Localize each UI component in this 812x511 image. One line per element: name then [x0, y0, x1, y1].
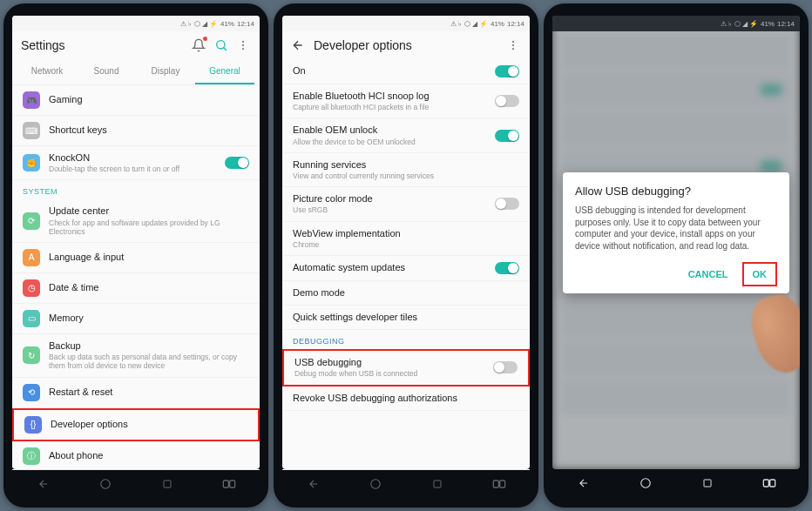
row-title: About phone: [49, 450, 249, 461]
list-item[interactable]: WebView implementationChrome: [282, 222, 530, 256]
status-battery: 41%: [491, 20, 504, 28]
screenshot-button[interactable]: [221, 476, 237, 492]
ok-button[interactable]: OK: [742, 262, 778, 286]
back-button[interactable]: [306, 476, 321, 492]
row-icon: ▭: [23, 310, 40, 327]
row-icon: ↻: [23, 346, 40, 364]
back-arrow-icon[interactable]: [291, 38, 305, 52]
dialog-title: Allow USB debugging?: [575, 185, 777, 198]
toggle-switch[interactable]: [495, 130, 519, 142]
search-icon[interactable]: [214, 38, 228, 52]
recents-button[interactable]: [159, 476, 175, 492]
android-nav-bar: [282, 469, 530, 497]
row-icon: ⟲: [23, 384, 40, 401]
row-subtitle: Check for app and software updates provi…: [49, 219, 249, 236]
svg-rect-14: [499, 481, 504, 487]
row-title: On: [293, 65, 486, 77]
list-item[interactable]: Revoke USB debugging authorizations: [282, 387, 530, 411]
list-item[interactable]: {}Developer options: [12, 408, 260, 441]
recents-button[interactable]: [700, 475, 715, 491]
svg-rect-7: [229, 481, 234, 487]
list-item[interactable]: On: [282, 59, 530, 84]
screenshot-button[interactable]: [491, 476, 507, 492]
svg-point-1: [242, 41, 244, 43]
row-title: Quick settings developer tiles: [293, 312, 519, 323]
recents-button[interactable]: [430, 476, 445, 492]
svg-rect-16: [704, 480, 711, 487]
status-icons: ⚠ ♭ ⬡ ◢ ⚡: [450, 20, 488, 28]
settings-header: Settings: [12, 31, 260, 59]
toggle-switch[interactable]: [495, 65, 519, 77]
row-title: Shortcut keys: [49, 124, 249, 136]
toggle-switch[interactable]: [495, 95, 519, 107]
list-item[interactable]: Enable OEM unlockAllow the device to be …: [282, 118, 530, 152]
row-title: Restart & reset: [49, 387, 249, 398]
status-time: 12:14: [777, 20, 795, 28]
row-title: Update center: [49, 205, 249, 217]
tab-display[interactable]: Display: [136, 59, 195, 84]
row-icon: ⟳: [23, 212, 40, 230]
toggle-switch[interactable]: [495, 198, 519, 210]
page-title: Settings: [21, 38, 183, 52]
row-title: USB debugging: [294, 357, 484, 368]
toggle-switch[interactable]: [493, 361, 518, 373]
back-button[interactable]: [576, 475, 592, 491]
list-item[interactable]: Enable Bluetooth HCI snoop logCapture al…: [282, 84, 530, 118]
cancel-button[interactable]: CANCEL: [680, 262, 737, 286]
list-item[interactable]: ⌨Shortcut keys: [12, 116, 260, 146]
list-item[interactable]: Automatic system updates: [282, 256, 530, 281]
list-item[interactable]: ↻BackupBack up data such as personal dat…: [12, 334, 260, 378]
list-item[interactable]: ◷Date & time: [12, 273, 260, 304]
row-title: Enable Bluetooth HCI snoop log: [293, 91, 486, 102]
svg-point-11: [370, 479, 380, 488]
list-item[interactable]: Demo mode: [282, 281, 530, 306]
devoptions-header: Developer options: [282, 31, 530, 59]
svg-point-10: [512, 48, 514, 50]
tab-network[interactable]: Network: [17, 59, 77, 84]
tab-general[interactable]: General: [195, 59, 254, 84]
phone-settings: ⚠ ♭ ⬡ ◢ ⚡ 41% 12:14 Settings Network Sou…: [3, 3, 268, 508]
page-title: Developer options: [314, 38, 498, 52]
home-button[interactable]: [368, 476, 383, 492]
svg-point-2: [242, 44, 244, 46]
row-title: Date & time: [49, 282, 249, 293]
phone-developer-options: ⚠ ♭ ⬡ ◢ ⚡ 41% 12:14 Developer options On…: [274, 3, 538, 508]
row-subtitle: View and control currently running servi…: [293, 171, 519, 180]
status-icons: ⚠ ♭ ⬡ ◢ ⚡: [721, 20, 758, 28]
settings-tabs: Network Sound Display General: [12, 59, 260, 85]
toggle-switch[interactable]: [225, 157, 249, 169]
row-title: Backup: [49, 340, 249, 352]
list-item[interactable]: ⓘAbout phone: [12, 441, 260, 470]
back-button[interactable]: [36, 476, 51, 492]
tab-sound[interactable]: Sound: [77, 59, 136, 84]
svg-rect-6: [223, 481, 228, 487]
list-item[interactable]: Picture color modeUse sRGB: [282, 187, 530, 221]
home-button[interactable]: [98, 476, 113, 492]
list-item[interactable]: ✊KnockONDouble-tap the screen to turn it…: [12, 146, 260, 180]
list-item[interactable]: ▭Memory: [12, 304, 260, 334]
svg-point-15: [640, 479, 650, 488]
list-item[interactable]: ⟳Update centerCheck for app and software…: [12, 199, 260, 243]
more-icon[interactable]: [507, 38, 521, 52]
list-item[interactable]: ⟲Restart & reset: [12, 378, 260, 408]
svg-rect-17: [763, 480, 768, 487]
status-bar: ⚠ ♭ ⬡ ◢ ⚡ 41% 12:14: [12, 16, 260, 31]
list-item[interactable]: 🎮Gaming: [12, 85, 260, 116]
svg-point-8: [512, 41, 514, 43]
usb-debugging-dialog: Allow USB debugging? USB debugging is in…: [563, 172, 789, 293]
more-icon[interactable]: [237, 38, 251, 52]
toggle-switch[interactable]: [495, 262, 519, 274]
row-title: Language & input: [49, 252, 249, 263]
list-item[interactable]: Running servicesView and control current…: [282, 153, 530, 187]
list-item[interactable]: ALanguage & input: [12, 243, 260, 273]
notification-bell-icon[interactable]: [192, 38, 206, 52]
row-icon: {}: [24, 416, 42, 434]
row-icon: A: [23, 249, 40, 266]
status-battery: 41%: [220, 20, 234, 28]
list-item[interactable]: Quick settings developer tiles: [282, 306, 530, 330]
list-item[interactable]: USB debuggingDebug mode when USB is conn…: [282, 349, 530, 386]
svg-point-3: [242, 48, 244, 50]
screenshot-button[interactable]: [761, 475, 777, 491]
row-title: KnockON: [49, 152, 216, 164]
home-button[interactable]: [638, 475, 653, 491]
